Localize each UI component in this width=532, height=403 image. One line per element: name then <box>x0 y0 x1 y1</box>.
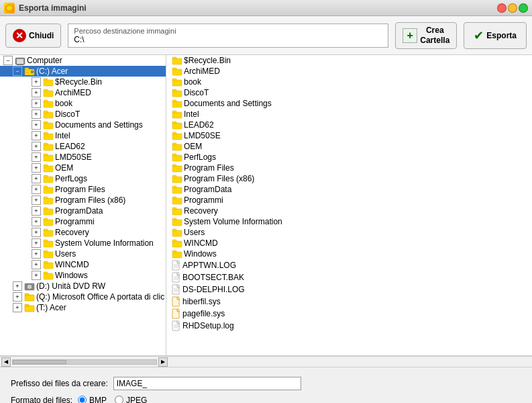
list-item[interactable]: DiscoT <box>166 87 532 98</box>
radio-jpeg[interactable] <box>115 396 123 403</box>
expander[interactable]: + <box>32 195 41 205</box>
tree-item-drive-1[interactable]: + (Q:) Microsoft Office A portata di cli… <box>0 292 166 302</box>
tree-item-program-files[interactable]: + Program Files <box>0 184 166 195</box>
tree-item-archimed[interactable]: + ArchiMED <box>0 87 166 98</box>
expander[interactable]: + <box>32 217 41 226</box>
radio-bmp[interactable] <box>78 396 87 403</box>
list-item-label: Windows <box>184 249 217 259</box>
tree-item-programdata[interactable]: + ProgramData <box>0 206 166 216</box>
expander[interactable]: + <box>32 174 41 183</box>
expander[interactable]: + <box>32 152 41 162</box>
scroll-right[interactable]: ▶ <box>158 357 168 367</box>
list-item[interactable]: Programmi <box>166 195 532 206</box>
expander[interactable]: + <box>32 77 41 87</box>
list-item[interactable]: System Volume Information <box>166 216 532 227</box>
tree-item-drive-c[interactable]: − (C:) Acer <box>0 66 166 77</box>
expander[interactable]: + <box>32 163 41 173</box>
tree-item-recovery[interactable]: + Recovery <box>0 227 166 238</box>
expander[interactable]: + <box>32 238 41 248</box>
tree-item-users[interactable]: + Users <box>0 249 166 259</box>
list-item[interactable]: Recovery <box>166 206 532 216</box>
expander[interactable]: + <box>32 99 41 108</box>
list-item-label: Program Files <box>184 163 234 173</box>
tree-item-oem[interactable]: + OEM <box>0 163 166 173</box>
tree-item-system-volume-information[interactable]: + System Volume Information <box>0 238 166 249</box>
list-item[interactable]: LMD50SE <box>166 130 532 141</box>
scroll-track[interactable] <box>12 359 157 365</box>
scroll-thumb[interactable] <box>13 360 66 364</box>
prefix-input[interactable] <box>113 377 301 390</box>
list-item[interactable]: Program Files (x86) <box>166 173 532 184</box>
left-tree-panel[interactable]: − Computer − (C:) Acer + <box>0 55 166 355</box>
close-button[interactable]: ✕ Chiudi <box>5 24 61 48</box>
tree-item-lead62[interactable]: + LEAD62 <box>0 141 166 152</box>
list-item[interactable]: $Recycle.Bin <box>166 55 532 66</box>
list-item[interactable]: RHDSetup.log <box>166 320 532 332</box>
tree-item-drive-0[interactable]: + (D:) Unità DVD RW <box>0 281 166 292</box>
list-item[interactable]: DS-DELPHI.LOG <box>166 283 532 296</box>
expander[interactable]: + <box>32 271 41 280</box>
tree-item-documents-and-settings[interactable]: + Documents and Settings <box>0 120 166 130</box>
expander[interactable]: + <box>13 292 22 302</box>
list-item[interactable]: book <box>166 77 532 87</box>
list-item[interactable]: hiberfil.sys <box>166 296 532 308</box>
list-item[interactable]: Program Files <box>166 163 532 173</box>
crea-cartella-button[interactable]: + Crea Cartella <box>395 22 457 49</box>
expander[interactable]: + <box>32 109 41 119</box>
tree-item-$recycle.bin[interactable]: + $Recycle.Bin <box>0 77 166 87</box>
horizontal-scrollbar[interactable]: ◀ ▶ <box>0 356 532 367</box>
right-list-panel[interactable]: $Recycle.Bin ArchiMED book DiscoT Docume… <box>166 55 532 355</box>
list-item[interactable]: BOOTSECT.BAK <box>166 271 532 283</box>
minimize-window-btn[interactable] <box>508 3 517 13</box>
list-item[interactable]: Windows <box>166 249 532 259</box>
tree-item-programmi[interactable]: + Programmi <box>0 216 166 227</box>
maximize-window-btn[interactable] <box>519 3 528 13</box>
list-item[interactable]: LEAD62 <box>166 120 532 130</box>
expander[interactable]: + <box>32 228 41 237</box>
scroll-left[interactable]: ◀ <box>1 357 11 367</box>
svg-rect-87 <box>172 229 176 231</box>
list-item[interactable]: Documents and Settings <box>166 98 532 109</box>
tree-item-book[interactable]: + book <box>0 98 166 109</box>
expander[interactable]: + <box>32 206 41 216</box>
list-item[interactable]: Intel <box>166 109 532 120</box>
expander[interactable]: + <box>13 281 22 291</box>
close-window-btn[interactable] <box>497 3 507 13</box>
expander[interactable]: + <box>32 142 41 151</box>
format-jpeg[interactable]: JPEG <box>115 396 147 404</box>
expander[interactable]: + <box>32 260 41 269</box>
expander[interactable]: + <box>32 185 41 194</box>
tree-item-lmd50se[interactable]: + LMD50SE <box>0 152 166 163</box>
tree-item-computer[interactable]: − Computer <box>0 55 166 66</box>
tree-item-program-files-(x86)[interactable]: + Program Files (x86) <box>0 195 166 206</box>
expander[interactable]: + <box>32 249 41 259</box>
tree-item-intel[interactable]: + Intel <box>0 130 166 141</box>
svg-rect-13 <box>44 101 53 107</box>
expander[interactable]: + <box>32 131 41 140</box>
esporta-button[interactable]: ✔ Esporta <box>464 22 527 49</box>
list-item[interactable]: WINCMD <box>166 238 532 249</box>
bottom-panel: Prefisso dei files da creare: Formato de… <box>0 367 532 403</box>
list-item[interactable]: ProgramData <box>166 184 532 195</box>
svg-rect-80 <box>172 198 182 204</box>
tree-item-perflogs[interactable]: + PerfLogs <box>0 173 166 184</box>
right-list: $Recycle.Bin ArchiMED book DiscoT Docume… <box>166 55 532 332</box>
expander[interactable]: + <box>13 303 22 312</box>
format-bmp[interactable]: BMP <box>78 396 107 404</box>
list-item[interactable]: OEM <box>166 141 532 152</box>
tree-item-windows[interactable]: + Windows <box>0 270 166 281</box>
expander[interactable]: + <box>32 120 41 130</box>
tree-item-discot[interactable]: + DiscoT <box>0 109 166 120</box>
svg-rect-7 <box>25 72 29 73</box>
list-item[interactable]: pagefile.sys <box>166 308 532 320</box>
expander-computer[interactable]: − <box>3 56 13 65</box>
list-item[interactable]: ArchiMED <box>166 66 532 77</box>
main-content: − Computer − (C:) Acer + <box>0 55 532 356</box>
expander[interactable]: + <box>32 88 41 97</box>
expander-drive-c[interactable]: − <box>13 66 22 76</box>
tree-item-wincmd[interactable]: + WINCMD <box>0 259 166 270</box>
tree-item-drive-2[interactable]: + (T:) Acer <box>0 302 166 313</box>
list-item[interactable]: Users <box>166 227 532 238</box>
list-item[interactable]: PerfLogs <box>166 152 532 163</box>
list-item[interactable]: APPTWN.LOG <box>166 259 532 271</box>
